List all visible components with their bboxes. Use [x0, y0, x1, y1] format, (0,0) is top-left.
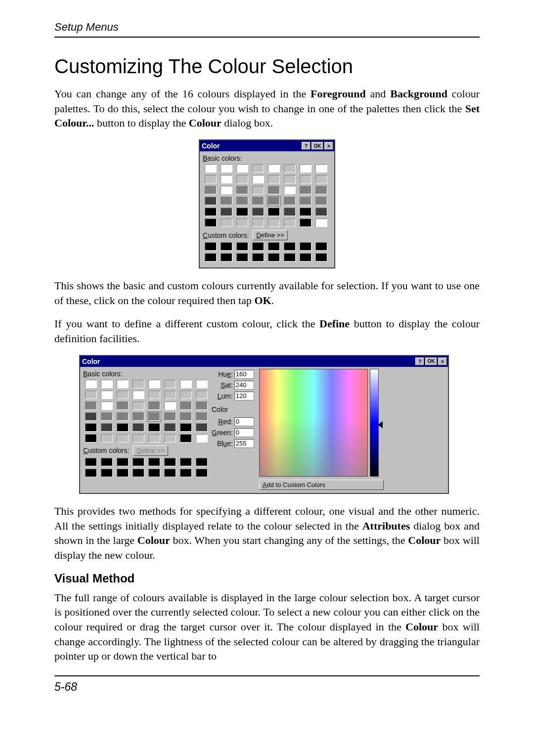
color-swatch[interactable]: [164, 434, 176, 443]
color-swatch[interactable]: [148, 469, 160, 477]
color-swatch[interactable]: [148, 380, 160, 388]
luminance-pointer-icon[interactable]: [378, 421, 383, 428]
color-swatch[interactable]: [284, 253, 296, 262]
color-swatch[interactable]: [284, 208, 296, 216]
color-swatch[interactable]: [164, 391, 176, 399]
color-swatch[interactable]: [205, 242, 217, 251]
color-swatch[interactable]: [148, 434, 160, 443]
color-swatch[interactable]: [133, 434, 144, 443]
hue-input[interactable]: [234, 370, 254, 379]
color-swatch[interactable]: [284, 186, 296, 194]
color-swatch[interactable]: [315, 253, 327, 262]
color-swatch[interactable]: [252, 208, 264, 216]
color-swatch[interactable]: [196, 391, 208, 399]
color-swatch[interactable]: [101, 401, 113, 410]
color-swatch[interactable]: [148, 391, 160, 399]
color-swatch[interactable]: [101, 412, 113, 421]
color-swatch[interactable]: [236, 208, 248, 216]
color-swatch[interactable]: [180, 458, 192, 466]
color-swatch[interactable]: [117, 469, 129, 477]
color-swatch[interactable]: [205, 164, 217, 173]
color-swatch[interactable]: [133, 391, 144, 399]
color-swatch[interactable]: [252, 253, 264, 262]
color-swatch[interactable]: [315, 186, 327, 194]
color-swatch[interactable]: [268, 253, 280, 262]
color-swatch[interactable]: [164, 401, 176, 410]
color-swatch[interactable]: [268, 219, 280, 227]
color-swatch[interactable]: [117, 401, 129, 410]
color-swatch[interactable]: [164, 458, 176, 466]
color-swatch[interactable]: [133, 401, 144, 410]
color-swatch[interactable]: [236, 164, 248, 173]
color-swatch[interactable]: [196, 380, 208, 388]
color-swatch[interactable]: [284, 242, 296, 251]
red-input[interactable]: [234, 417, 254, 426]
color-swatch[interactable]: [133, 412, 144, 421]
color-swatch[interactable]: [196, 458, 208, 466]
sat-input[interactable]: [234, 381, 254, 390]
color-swatch[interactable]: [221, 164, 232, 173]
color-swatch[interactable]: [101, 458, 113, 466]
color-swatch[interactable]: [180, 469, 192, 477]
color-swatch[interactable]: [180, 412, 192, 421]
color-swatch[interactable]: [133, 458, 144, 466]
color-swatch[interactable]: [252, 164, 264, 173]
color-swatch[interactable]: [252, 197, 264, 205]
color-swatch[interactable]: [252, 175, 264, 183]
color-swatch[interactable]: [164, 469, 176, 477]
color-swatch[interactable]: [117, 412, 129, 421]
color-swatch[interactable]: [196, 434, 208, 443]
color-swatch[interactable]: [221, 186, 232, 194]
color-swatch[interactable]: [148, 423, 160, 432]
color-swatch[interactable]: [148, 412, 160, 421]
color-swatch[interactable]: [196, 469, 208, 477]
color-swatch[interactable]: [236, 186, 248, 194]
color-swatch[interactable]: [221, 253, 232, 262]
color-swatch[interactable]: [221, 197, 232, 205]
lum-input[interactable]: [234, 392, 254, 400]
color-swatch[interactable]: [180, 401, 192, 410]
color-swatch[interactable]: [315, 175, 327, 183]
color-swatch[interactable]: [284, 164, 296, 173]
help-button[interactable]: ?: [302, 142, 311, 150]
color-swatch[interactable]: [101, 391, 113, 399]
color-swatch[interactable]: [117, 423, 129, 432]
color-swatch[interactable]: [85, 412, 97, 421]
color-swatch[interactable]: [101, 469, 113, 477]
color-swatch[interactable]: [315, 242, 327, 251]
color-swatch[interactable]: [221, 219, 232, 227]
color-swatch[interactable]: [117, 380, 129, 388]
color-swatch[interactable]: [300, 197, 312, 205]
color-swatch[interactable]: [315, 208, 327, 216]
ok-button[interactable]: OK: [312, 142, 323, 150]
color-swatch[interactable]: [221, 175, 232, 183]
color-swatch[interactable]: [85, 434, 97, 443]
color-swatch[interactable]: [164, 380, 176, 388]
blue-input[interactable]: [234, 439, 254, 448]
color-swatch[interactable]: [236, 219, 248, 227]
color-swatch[interactable]: [252, 242, 264, 251]
color-swatch[interactable]: [205, 219, 217, 227]
ok-button[interactable]: OK: [425, 357, 437, 365]
color-swatch[interactable]: [284, 175, 296, 183]
color-swatch[interactable]: [300, 242, 312, 251]
color-swatch[interactable]: [284, 219, 296, 227]
color-swatch[interactable]: [180, 380, 192, 388]
close-button[interactable]: ×: [324, 142, 333, 150]
color-swatch[interactable]: [85, 380, 97, 388]
color-swatch[interactable]: [300, 175, 312, 183]
color-swatch[interactable]: [221, 208, 232, 216]
color-swatch[interactable]: [252, 219, 264, 227]
color-swatch[interactable]: [205, 186, 217, 194]
color-swatch[interactable]: [236, 197, 248, 205]
close-button[interactable]: ×: [438, 357, 447, 365]
color-swatch[interactable]: [117, 434, 129, 443]
color-swatch[interactable]: [148, 458, 160, 466]
define-button[interactable]: Define >>: [253, 230, 287, 240]
color-swatch[interactable]: [101, 434, 113, 443]
color-swatch[interactable]: [180, 434, 192, 443]
color-swatch[interactable]: [268, 208, 280, 216]
color-swatch[interactable]: [133, 423, 144, 432]
color-swatch[interactable]: [180, 423, 192, 432]
color-swatch[interactable]: [284, 197, 296, 205]
